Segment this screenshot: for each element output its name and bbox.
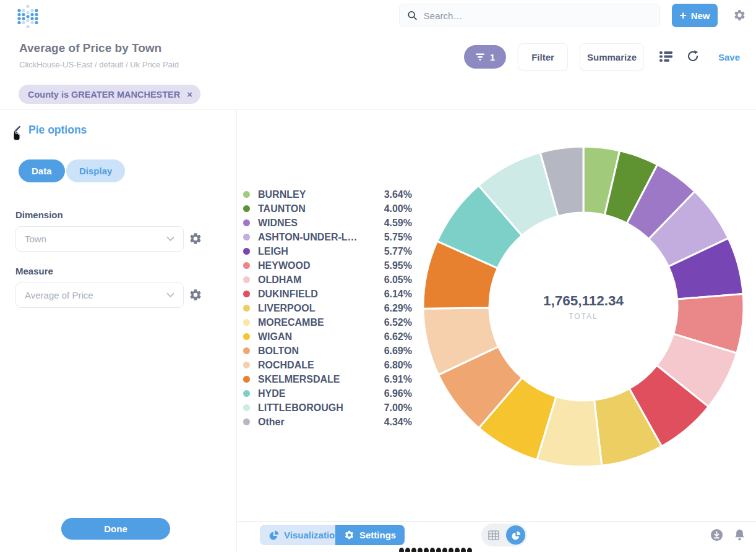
- legend-dot: [243, 376, 250, 383]
- settings-button[interactable]: Settings: [335, 525, 405, 545]
- gear-icon[interactable]: [733, 9, 746, 22]
- measure-label: Measure: [15, 266, 53, 276]
- close-icon[interactable]: ×: [187, 90, 192, 99]
- search-icon: [407, 10, 418, 21]
- metabase-logo[interactable]: [16, 3, 40, 28]
- legend-percent: 6.69%: [384, 346, 412, 357]
- gear-icon: [344, 530, 354, 540]
- bell-icon[interactable]: [734, 529, 745, 541]
- legend-dot: [243, 333, 250, 340]
- legend-dot: [243, 291, 250, 297]
- legend-dot: [243, 234, 250, 240]
- mouse-cursor: [11, 129, 23, 142]
- legend-label: WIGAN: [258, 331, 384, 342]
- measure-select[interactable]: Average of Price: [15, 282, 184, 308]
- legend-item[interactable]: LEIGH5.77%: [243, 244, 412, 258]
- sidebar-title: Pie options: [28, 124, 87, 137]
- filter-button[interactable]: Filter: [518, 43, 568, 70]
- legend-item[interactable]: HYDE6.96%: [243, 386, 412, 401]
- dimension-select[interactable]: Town: [15, 226, 184, 252]
- legend-dot: [243, 305, 250, 312]
- plus-icon: +: [680, 9, 687, 22]
- tab-display[interactable]: Display: [66, 159, 125, 182]
- done-button[interactable]: Done: [61, 518, 170, 540]
- legend-item[interactable]: ROCHDALE6.80%: [243, 358, 412, 372]
- legend-item[interactable]: OLDHAM6.05%: [243, 273, 412, 287]
- legend-percent: 3.64%: [384, 189, 412, 200]
- legend-percent: 6.96%: [384, 388, 412, 399]
- dimension-value: Town: [25, 234, 166, 244]
- legend-percent: 5.77%: [384, 246, 412, 257]
- legend-label: LITTLEBOROUGH: [258, 402, 384, 414]
- save-button[interactable]: Save: [718, 52, 740, 62]
- legend-item[interactable]: DUKINFIELD6.14%: [243, 287, 412, 301]
- legend-item[interactable]: HEYWOOD5.95%: [243, 258, 412, 273]
- measure-gear-icon[interactable]: [189, 288, 202, 302]
- legend-dot: [243, 347, 250, 354]
- legend-label: BOLTON: [258, 346, 384, 357]
- legend-dot: [243, 191, 250, 198]
- tab-data[interactable]: Data: [19, 159, 65, 182]
- refresh-icon[interactable]: [686, 49, 700, 63]
- legend-label: HEYWOOD: [258, 260, 384, 271]
- filter-chip[interactable]: County is GREATER MANCHESTER ×: [19, 85, 200, 104]
- legend-item[interactable]: ASHTON-UNDER-L…5.75%: [243, 230, 412, 244]
- legend-label: SKELMERSDALE: [258, 374, 384, 385]
- dimension-gear-icon[interactable]: [189, 232, 202, 245]
- legend-label: Other: [258, 417, 384, 428]
- chevron-down-icon: [166, 236, 174, 242]
- legend-percent: 4.34%: [384, 417, 412, 428]
- table-icon[interactable]: [488, 529, 500, 541]
- total-label: TOTAL: [515, 312, 651, 321]
- legend-item[interactable]: TAUNTON4.00%: [243, 202, 412, 216]
- legend-item[interactable]: Other4.34%: [243, 415, 412, 429]
- filter-badge-count: 1: [490, 52, 495, 62]
- legend-dot: [243, 418, 250, 425]
- search-input[interactable]: [424, 11, 652, 21]
- legend-dot: [243, 319, 250, 326]
- legend-percent: 6.29%: [384, 303, 412, 314]
- pie-chart-icon: [511, 530, 521, 540]
- legend-label: TAUNTON: [258, 203, 384, 214]
- legend-percent: 4.59%: [384, 218, 412, 229]
- legend-dot: [243, 248, 250, 255]
- download-icon[interactable]: [710, 529, 723, 541]
- legend-dot: [243, 262, 250, 269]
- legend-percent: 4.00%: [384, 203, 412, 214]
- chevron-down-icon: [166, 292, 174, 298]
- notebook-icon[interactable]: [659, 49, 673, 64]
- legend-percent: 5.75%: [384, 232, 412, 243]
- filter-chip-label: County is GREATER MANCHESTER: [28, 90, 180, 100]
- legend-item[interactable]: LIVERPOOL6.29%: [243, 301, 412, 315]
- total-value: 1,765,112.34: [515, 293, 651, 309]
- page-title: Average of Price by Town: [19, 41, 161, 55]
- legend-percent: 6.52%: [384, 317, 412, 328]
- legend-percent: 6.05%: [384, 274, 412, 286]
- legend-dot: [243, 219, 250, 226]
- legend-item[interactable]: WIGAN6.62%: [243, 329, 412, 344]
- legend-item[interactable]: BURNLEY3.64%: [243, 187, 412, 202]
- legend-item[interactable]: MORECAMBE6.52%: [243, 315, 412, 329]
- pie-chart-icon: [268, 530, 279, 540]
- legend-item[interactable]: WIDNES4.59%: [243, 216, 412, 230]
- legend-percent: 6.91%: [384, 374, 412, 385]
- summarize-button[interactable]: Summarize: [580, 43, 644, 70]
- funnel-icon: [475, 53, 485, 61]
- search-bar[interactable]: [399, 4, 660, 27]
- legend-percent: 6.62%: [384, 331, 412, 342]
- legend-item[interactable]: SKELMERSDALE6.91%: [243, 372, 412, 386]
- legend-dot: [243, 404, 250, 411]
- filter-badge-button[interactable]: 1: [464, 45, 506, 69]
- pie-toggle-active[interactable]: [506, 525, 525, 545]
- new-button[interactable]: + New: [672, 4, 718, 27]
- legend-percent: 5.95%: [384, 260, 412, 271]
- legend-label: LEIGH: [258, 246, 384, 257]
- legend-item[interactable]: BOLTON6.69%: [243, 344, 412, 358]
- legend-item[interactable]: LITTLEBOROUGH7.00%: [243, 401, 412, 415]
- pie-legend: BURNLEY3.64%TAUNTON4.00%WIDNES4.59%ASHTO…: [243, 187, 412, 429]
- legend-percent: 6.14%: [384, 289, 412, 300]
- measure-value: Average of Price: [25, 290, 166, 300]
- sidebar-divider: [236, 110, 237, 552]
- display-toggle: [481, 524, 527, 546]
- legend-label: MORECAMBE: [258, 317, 384, 328]
